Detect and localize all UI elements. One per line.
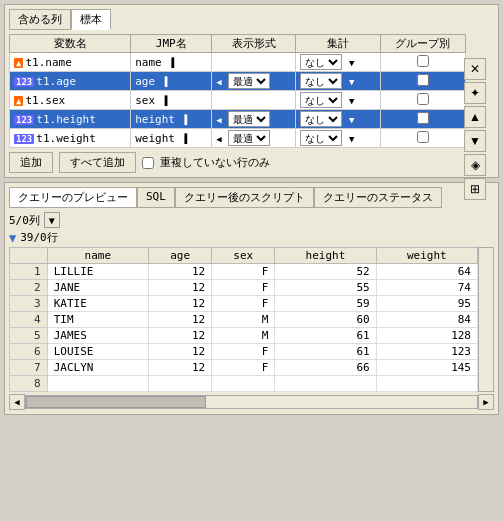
table-row[interactable]: ▲t1.namename ▐なし ▼ (10, 53, 466, 72)
groupby-checkbox[interactable] (417, 112, 429, 124)
varname-cell: 123t1.age (10, 72, 131, 91)
aggregate-select[interactable]: なし (300, 92, 342, 108)
data-table: name age sex height weight 1LILLIE12F526… (9, 247, 478, 392)
vertical-scrollbar[interactable] (478, 247, 494, 392)
query-tab-status[interactable]: クエリーのステータス (314, 187, 442, 208)
up-button[interactable]: ▲ (464, 106, 486, 128)
weight-cell: 145 (376, 360, 477, 376)
tab-label[interactable]: 標本 (71, 9, 111, 30)
col-header-varname: 変数名 (10, 35, 131, 53)
table-row[interactable]: 123t1.ageage ▐◀ 最適なし ▼ (10, 72, 466, 91)
aggregate-cell: なし ▼ (296, 53, 380, 72)
query-tab-script[interactable]: クエリー後のスクリプト (175, 187, 314, 208)
col-header-jmpname: JMP名 (131, 35, 212, 53)
groupby-checkbox[interactable] (417, 131, 429, 143)
jmpname-cell: height ▐ (131, 110, 212, 129)
hscroll-track[interactable] (25, 395, 478, 409)
col-header-display: 表示形式 (212, 35, 296, 53)
query-tabs: クエリーのプレビュー SQL クエリー後のスクリプト クエリーのステータス (9, 187, 494, 208)
display-format-select[interactable]: 最適 (228, 111, 270, 127)
height-cell: 61 (275, 344, 376, 360)
aggregate-select[interactable]: なし (300, 111, 342, 127)
sex-cell: M (212, 312, 275, 328)
row-number: 5 (10, 328, 48, 344)
down-button[interactable]: ▼ (464, 130, 486, 152)
hscroll-left[interactable]: ◀ (9, 394, 25, 410)
sex-cell: F (212, 280, 275, 296)
table-row[interactable]: 123t1.weightweight ▐◀ 最適なし ▼ (10, 129, 466, 148)
height-cell: 60 (275, 312, 376, 328)
sex-cell: F (212, 264, 275, 280)
jmpname-cell: name ▐ (131, 53, 212, 72)
name-cell (47, 376, 148, 392)
aggregate-cell: なし ▼ (296, 91, 380, 110)
delete-button[interactable]: ✕ (464, 58, 486, 80)
add-button[interactable]: 追加 (9, 152, 53, 173)
aggregate-select[interactable]: なし (300, 73, 342, 89)
age-cell: 12 (149, 312, 212, 328)
diamond-button[interactable]: ◈ (464, 154, 486, 176)
rows-dropdown[interactable]: ▼ (44, 212, 60, 228)
display-format-cell: ◀ 最適 (212, 129, 296, 148)
col-age: age (149, 248, 212, 264)
table-row: 6LOUISE12F61123 (10, 344, 478, 360)
grid-button[interactable]: ⊞ (464, 178, 486, 200)
groupby-checkbox[interactable] (417, 55, 429, 67)
add-all-button[interactable]: すべて追加 (59, 152, 136, 173)
bar-icon: ▐ (168, 58, 173, 68)
table-row: 4TIM12M6084 (10, 312, 478, 328)
top-panel: 含める列 標本 変数名 JMP名 表示形式 集計 グループ別 (0, 4, 503, 178)
data-table-wrapper: name age sex height weight 1LILLIE12F526… (9, 247, 494, 392)
row-number: 8 (10, 376, 48, 392)
row-number: 6 (10, 344, 48, 360)
display-format-select[interactable]: 最適 (228, 73, 270, 89)
age-cell: 12 (149, 264, 212, 280)
weight-cell: 95 (376, 296, 477, 312)
sex-cell: M (212, 328, 275, 344)
name-cell: TIM (47, 312, 148, 328)
type-badge: 123 (14, 115, 34, 125)
weight-cell: 123 (376, 344, 477, 360)
bottom-panel: クエリーのプレビュー SQL クエリー後のスクリプト クエリーのステータス 5/… (0, 182, 503, 415)
display-format-cell (212, 91, 296, 110)
aggregate-cell: なし ▼ (296, 110, 380, 129)
hscroll-right[interactable]: ▶ (478, 394, 494, 410)
hscroll-thumb[interactable] (26, 396, 206, 408)
no-dup-checkbox[interactable] (142, 157, 154, 169)
groupby-checkbox[interactable] (417, 74, 429, 86)
age-cell (149, 376, 212, 392)
jmpname-cell: age ▐ (131, 72, 212, 91)
table-row[interactable]: ▲t1.sexsex ▐なし ▼ (10, 91, 466, 110)
aggregate-select[interactable]: なし (300, 54, 342, 70)
sex-cell: F (212, 344, 275, 360)
display-format-cell (212, 53, 296, 72)
table-row: 8 (10, 376, 478, 392)
horizontal-scrollbar[interactable]: ◀ ▶ (9, 394, 494, 410)
query-tab-sql[interactable]: SQL (137, 187, 175, 208)
jmpname-cell: weight ▐ (131, 129, 212, 148)
varname-cell: ▲t1.name (10, 53, 131, 72)
age-cell: 12 (149, 296, 212, 312)
display-format-select[interactable]: 最適 (228, 130, 270, 146)
groupby-cell (380, 72, 465, 91)
varname-cell: ▲t1.sex (10, 91, 131, 110)
height-cell: 55 (275, 280, 376, 296)
row-number: 4 (10, 312, 48, 328)
table-row[interactable]: 123t1.heightheight ▐◀ 最適なし ▼ (10, 110, 466, 129)
col-header-aggregate: 集計 (296, 35, 380, 53)
table-row: 3KATIE12F5995 (10, 296, 478, 312)
groupby-checkbox[interactable] (417, 93, 429, 105)
varname-cell: 123t1.height (10, 110, 131, 129)
format-icon: ◀ (216, 77, 221, 87)
star-button[interactable]: ✦ (464, 82, 486, 104)
age-cell: 12 (149, 344, 212, 360)
table-row: 5JAMES12M61128 (10, 328, 478, 344)
query-tab-preview[interactable]: クエリーのプレビュー (9, 187, 137, 208)
type-badge: 123 (14, 134, 34, 144)
tab-include-col[interactable]: 含める列 (9, 9, 71, 30)
groupby-cell (380, 129, 465, 148)
bar-icon: ▐ (162, 77, 167, 87)
right-buttons: ✕ ✦ ▲ ▼ ◈ ⊞ (464, 58, 486, 200)
aggregate-select[interactable]: なし (300, 130, 342, 146)
table-row: 1LILLIE12F5264 (10, 264, 478, 280)
